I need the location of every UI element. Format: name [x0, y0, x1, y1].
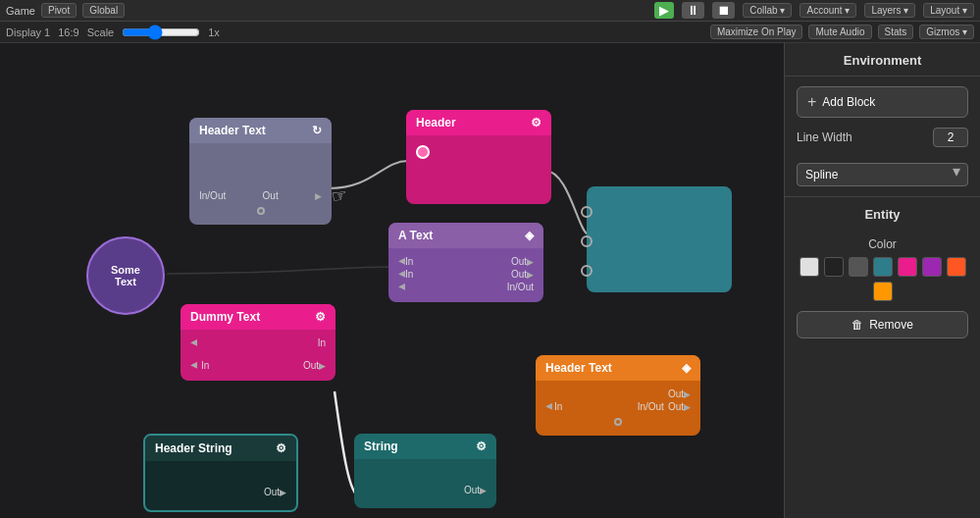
header-text-2-header: Header Text ◈ [536, 355, 700, 381]
global-button[interactable]: Global [82, 3, 125, 18]
pivot-button[interactable]: Pivot [41, 3, 77, 18]
aspect-label: 16:9 [58, 26, 78, 38]
dummy-text-header: Dummy Text ⚙ [181, 304, 335, 330]
color-swatch-orange[interactable] [873, 282, 893, 301]
header-text-node-2[interactable]: Header Text ◈ Out ▶ ▶ In In/Out Out ▶ [536, 355, 700, 436]
dummy-port-in1: ▶ In [190, 337, 326, 348]
a-in1: In [405, 256, 413, 267]
collab-button[interactable]: Collab ▾ [743, 3, 792, 18]
color-swatch-purple[interactable] [922, 257, 942, 277]
header-node-header: Header ⚙ [406, 110, 551, 135]
dummy-in1: In [318, 337, 326, 348]
a-out1: Out [511, 256, 527, 267]
a-out1-arrow: ▶ [527, 257, 534, 267]
scale-slider[interactable] [122, 25, 200, 40]
remove-button[interactable]: 🗑 Remove [797, 311, 968, 338]
teal-block-node[interactable] [587, 186, 732, 292]
header-node[interactable]: Header ⚙ [406, 110, 551, 204]
color-swatch-teal[interactable] [873, 257, 893, 277]
dummy-gear-icon[interactable]: ⚙ [315, 310, 326, 324]
mute-button[interactable]: Mute Audio [808, 25, 871, 39]
main-layout: SomeText Header Text ↻ In/Out Out ▶ [0, 43, 980, 518]
layers-button[interactable]: Layers ▾ [864, 3, 915, 18]
color-swatch-white[interactable] [799, 257, 819, 277]
header-text-1-title: Header Text [199, 124, 266, 137]
account-button[interactable]: Account ▾ [799, 3, 856, 18]
header-title: Header [416, 116, 456, 130]
a-text-icon: ◈ [525, 229, 534, 242]
string-gear[interactable]: ⚙ [476, 440, 487, 453]
second-bar-right: Maximize On Play Mute Audio Stats Gizmos… [710, 25, 974, 39]
layout-button[interactable]: Layout ▾ [923, 3, 974, 18]
top-bar-right: ▶ ⏸ ⏹ Collab ▾ Account ▾ Layers ▾ Layout… [654, 2, 974, 19]
dummy-text-node[interactable]: Dummy Text ⚙ ▶ In ▶ In Out ▶ [181, 304, 335, 381]
ht2-in-label: In [554, 401, 562, 412]
line-width-input[interactable] [933, 128, 968, 147]
spline-select[interactable]: Spline Linear Bezier [797, 163, 968, 186]
string-node[interactable]: String ⚙ Out ▶ [354, 434, 496, 508]
canvas[interactable]: SomeText Header Text ↻ In/Out Out ▶ [0, 43, 784, 518]
dummy-text-body: ▶ In ▶ In Out ▶ [181, 330, 335, 381]
stop-button[interactable]: ⏹ [712, 2, 735, 19]
play-button[interactable]: ▶ [654, 2, 674, 19]
ht2-out1-arrow: ▶ [684, 389, 691, 399]
entity-section: Color 🗑 Remove [785, 228, 980, 348]
spline-wrapper: Spline Linear Bezier [797, 155, 968, 186]
add-block-button[interactable]: + Add Block [797, 86, 968, 118]
a-text-node[interactable]: A Text ◈ ▶ In Out ▶ ▶ In Out ▶ [388, 223, 543, 302]
header-text-1-body: In/Out Out ▶ [189, 143, 332, 225]
bottom-port [257, 207, 265, 215]
a-inout: In/Out [507, 282, 534, 292]
color-swatch-red[interactable] [947, 257, 966, 277]
hs-out-label: Out [264, 487, 280, 497]
header-gear-icon[interactable]: ⚙ [531, 116, 542, 130]
string-body: Out ▶ [354, 459, 496, 508]
scale-label: Scale [87, 26, 115, 38]
display-label: Display 1 [6, 26, 50, 38]
color-swatch-pink[interactable] [898, 257, 917, 277]
teal-block-body [587, 186, 732, 292]
dummy-out: Out [303, 360, 319, 371]
scale-value: 1x [208, 26, 220, 38]
gizmos-button[interactable]: Gizmos ▾ [919, 25, 974, 39]
refresh-icon[interactable]: ↻ [312, 124, 322, 137]
plus-icon: + [807, 93, 816, 111]
s-out-arrow: ▶ [480, 486, 487, 495]
right-panel: Environment + Add Block Line Width Splin… [784, 43, 980, 518]
header-text-2-title: Header Text [545, 361, 612, 375]
a-text-header: A Text ◈ [388, 223, 543, 248]
header-text-node-1[interactable]: Header Text ↻ In/Out Out ▶ [189, 118, 332, 225]
a-in2: In [405, 269, 413, 280]
header-text-2-icon: ◈ [682, 361, 691, 375]
header-string-gear[interactable]: ⚙ [276, 441, 286, 455]
color-swatch-black[interactable] [824, 257, 844, 277]
a-text-port-inout: ▶ In/Out [398, 282, 534, 292]
header-string-node[interactable]: Header String ⚙ Out ▶ [143, 434, 298, 512]
line-width-row: Line Width [797, 128, 968, 147]
cursor: ☞ [330, 184, 349, 208]
top-bar: Game Pivot Global ▶ ⏸ ⏹ Collab ▾ Account… [0, 0, 980, 22]
pause-button[interactable]: ⏸ [682, 2, 704, 19]
out-label: Out [263, 190, 279, 201]
dummy-out-arrow: ▶ [319, 361, 326, 371]
trash-icon: 🗑 [851, 318, 863, 332]
maximize-button[interactable]: Maximize On Play [710, 25, 803, 39]
out-arrow: ▶ [315, 191, 322, 201]
s-out-row: Out ▶ [364, 485, 487, 495]
remove-label: Remove [869, 318, 913, 332]
stats-button[interactable]: Stats [878, 25, 914, 39]
a-text-port-in2: ▶ In Out ▶ [398, 269, 534, 280]
color-swatch-gray[interactable] [849, 257, 868, 277]
second-bar: Display 1 16:9 Scale 1x Maximize On Play… [0, 22, 980, 43]
hs-out-arrow: ▶ [280, 488, 286, 497]
a-text-body: ▶ In Out ▶ ▶ In Out ▶ ▶ In/Out [388, 248, 543, 302]
ht2-out2-label: Out [668, 401, 684, 412]
header-string-title: Header String [155, 441, 232, 455]
ht2-out2-arrow: ▶ [684, 402, 691, 412]
a-out2: Out [511, 269, 527, 280]
ht2-in-inout: ▶ In In/Out Out ▶ [545, 401, 691, 412]
some-text-node[interactable]: SomeText [86, 236, 165, 315]
add-block-label: Add Block [822, 95, 875, 109]
entity-title: Entity [785, 196, 980, 228]
header-text-1-header: Header Text ↻ [189, 118, 332, 143]
